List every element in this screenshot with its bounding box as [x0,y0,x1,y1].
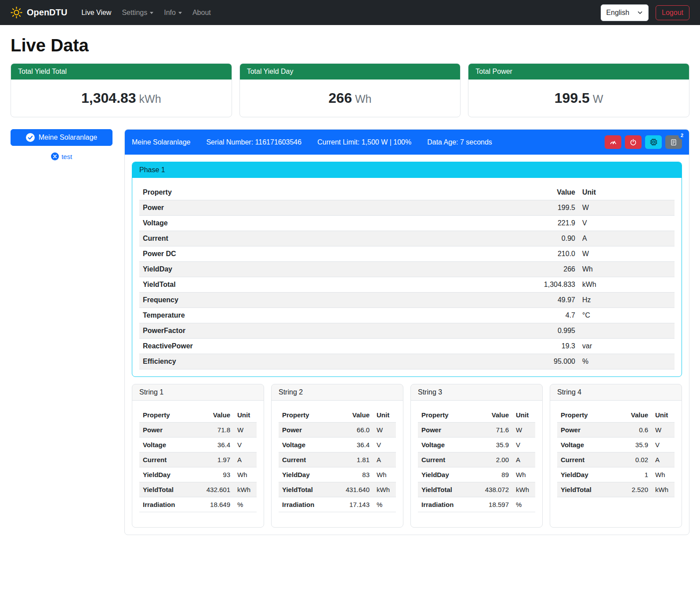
column-header-property: Property [557,408,616,423]
table-row: Power71.6W [418,423,535,438]
summary-card-body: 199.5W [468,80,689,117]
string-card: String 3 Property Value Unit Power71.6WV… [410,384,543,528]
column-header-unit: Unit [234,408,257,423]
string-card-body: Property Value Unit Power71.8WVoltage36.… [132,401,264,527]
column-header-value: Value [476,408,512,423]
string-table: Property Value Unit Power71.6WVoltage35.… [418,408,535,512]
inverter-panel-body: Phase 1 Property Value Unit Power199.5WV… [125,155,689,535]
table-row: Current2.00A [418,452,535,467]
table-row: ReactivePower19.3var [139,339,675,354]
string-card-body: Property Value Unit Power66.0WVoltage36.… [272,401,403,527]
inverter-panel-header: Meine Solaranlage Serial Number: 1161716… [125,130,689,155]
summary-unit: W [593,93,603,105]
inverter-limit: Current Limit: 1,500 W | 100% [317,138,411,146]
table-row: Voltage35.9V [557,438,675,452]
string-table: Property Value Unit Power0.6WVoltage35.9… [557,408,675,497]
table-row: Power199.5W [139,200,675,216]
event-log-button[interactable]: 2 [665,135,682,149]
table-row: Current1.97A [139,452,257,467]
column-header-value: Value [337,408,373,423]
table-row: YieldDay89Wh [418,467,535,482]
table-header-row: Property Value Unit [139,185,675,200]
journal-icon [670,139,677,146]
limit-settings-button[interactable] [605,135,621,149]
inverter-panel: Meine Solaranlage Serial Number: 1161716… [124,129,689,535]
table-row: PowerFactor0.995 [139,323,675,339]
table-row: Irradiation17.143% [279,497,396,512]
string-card-title: String 3 [411,384,542,401]
summary-unit: kWh [139,93,161,105]
summary-card-total-yield-total: Total Yield Total 1,304.83kWh [11,63,232,117]
table-row: YieldTotal1,304.833kWh [139,277,675,293]
phase-card: Phase 1 Property Value Unit Power199.5WV… [132,162,682,377]
column-header-property: Property [139,408,198,423]
string-table-body: Power71.6WVoltage35.9VCurrent2.00AYieldD… [418,423,535,512]
table-header-row: Property Value Unit [557,408,675,423]
summary-card-body: 266Wh [240,80,461,117]
table-row: Current1.81A [279,452,396,467]
device-info-button[interactable] [645,135,662,149]
top-navbar: OpenDTU Live View Settings Info About En… [0,0,700,25]
nav-item-info-label: Info [164,9,176,17]
string-card-body: Property Value Unit Power71.6WVoltage35.… [411,401,542,527]
table-row: Voltage221.9V [139,216,675,231]
logout-button[interactable]: Logout [656,5,689,20]
column-header-property: Property [418,408,476,423]
brand[interactable]: OpenDTU [11,7,67,18]
column-header-unit: Unit [652,408,675,423]
table-row: YieldTotal432.601kWh [139,482,257,497]
inverter-name: Meine Solaranlage [132,138,190,146]
speedometer-icon [609,138,617,146]
chevron-down-icon [637,10,643,15]
column-header-unit: Unit [512,408,535,423]
column-header-unit: Unit [579,185,675,200]
table-row: Power0.6W [557,423,675,438]
nav-item-settings-label: Settings [122,9,147,17]
power-control-button[interactable] [625,135,642,149]
chevron-down-icon [178,12,182,14]
table-row: Power DC210.0W [139,246,675,262]
table-row: Current0.90A [139,231,675,246]
summary-value: 199.5 [555,90,590,106]
summary-card-total-power: Total Power 199.5W [468,63,689,117]
table-row: YieldTotal431.640kWh [279,482,396,497]
power-icon [630,139,637,146]
inverter-item-test[interactable]: test [11,152,112,160]
table-row: Frequency49.97Hz [139,293,675,308]
nav-item-settings[interactable]: Settings [116,5,159,20]
string-table: Property Value Unit Power66.0WVoltage36.… [279,408,396,512]
inverter-select-button[interactable]: Meine Solaranlage [11,129,112,146]
nav-item-live-view[interactable]: Live View [76,5,116,20]
nav-item-about[interactable]: About [187,5,216,20]
table-row: Efficiency95.000% [139,354,675,369]
table-row: YieldDay93Wh [139,467,257,482]
sun-logo-icon [11,7,22,18]
string-card-title: String 4 [550,384,682,401]
column-header-property: Property [279,408,337,423]
column-header-unit: Unit [373,408,396,423]
nav-links: Live View Settings Info About [76,5,216,20]
language-select[interactable]: English [601,4,649,21]
string-table-body: Power66.0WVoltage36.4VCurrent1.81AYieldD… [279,423,396,512]
phase-card-body: Property Value Unit Power199.5WVoltage22… [132,178,682,376]
inverter-serial: Serial Number: 116171603546 [206,138,301,146]
inverter-select-label: Meine Solaranlage [39,134,97,141]
summary-card-body: 1,304.83kWh [11,80,232,117]
string-card: String 1 Property Value Unit Power71.8WV… [132,384,264,528]
summary-value: 266 [329,90,352,106]
string-card-title: String 1 [132,384,264,401]
table-row: Current0.02A [557,452,675,467]
cpu-icon [650,138,657,146]
string-table: Property Value Unit Power71.8WVoltage36.… [139,408,257,512]
page-content: Live Data Total Yield Total 1,304.83kWh … [0,25,700,547]
table-row: Power71.8W [139,423,257,438]
summary-cards: Total Yield Total 1,304.83kWh Total Yiel… [11,63,689,117]
string-table-body: Power0.6WVoltage35.9VCurrent0.02AYieldDa… [557,423,675,497]
inverter-sidebar: Meine Solaranlage test [11,129,112,160]
string-table-body: Power71.8WVoltage36.4VCurrent1.97AYieldD… [139,423,257,512]
inverter-data-age: Data Age: 7 seconds [427,138,492,146]
page-title: Live Data [11,36,689,55]
nav-item-info[interactable]: Info [159,5,187,20]
phase-card-title: Phase 1 [132,162,682,178]
string-card-title: String 2 [272,384,403,401]
